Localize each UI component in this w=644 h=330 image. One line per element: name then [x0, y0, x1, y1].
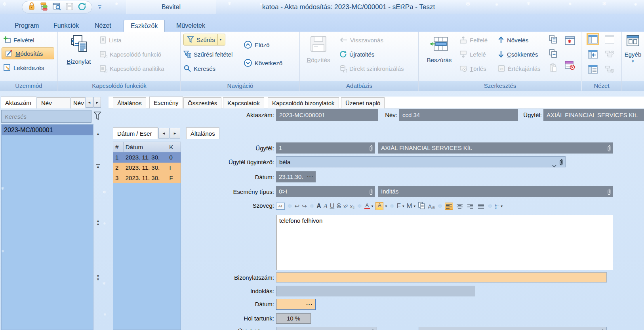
chevron-down-icon[interactable] [552, 160, 556, 171]
font-color-button[interactable]: A [364, 203, 370, 209]
lekerdezes-button[interactable]: Lekérdezés [3, 62, 44, 74]
hierarchy-icon[interactable] [40, 2, 48, 12]
underline-button[interactable]: U [330, 203, 335, 210]
view-collapse-panel-button[interactable] [588, 50, 598, 59]
view-list-panel-button[interactable] [588, 65, 598, 74]
form-uj-tulajdonos-code-combo[interactable]: 031 [276, 327, 377, 330]
form-ugyfel-name-field[interactable]: AXIÁL FINANCIAL SERVICES Kft. [378, 142, 613, 154]
superscript-button[interactable]: x² [343, 203, 348, 209]
left-tab-nev-akta[interactable]: Név (Akta) [37, 97, 70, 108]
tab-funkciok[interactable]: Funkciók [47, 20, 86, 32]
form-datum-field[interactable]: 23.11.30. ... [276, 171, 316, 182]
paperclip-icon[interactable] [369, 188, 373, 197]
egyeb-button[interactable]: Egyéb ▼ [624, 35, 642, 63]
form-indoklas-field[interactable] [276, 286, 475, 296]
felvetel-button[interactable]: Felvétel [3, 34, 34, 46]
event-tabs-scroll-left[interactable]: ◄ [158, 128, 169, 138]
font-color-dropdown-arrow[interactable]: ▾ [372, 204, 373, 208]
kapcsolodo-analitika-button[interactable]: Kapcsolódó analitika [99, 63, 164, 74]
torles-button[interactable]: Törlés [459, 63, 486, 74]
scroll-page-up-button[interactable]: ▲▲ [95, 219, 101, 226]
ertekajanlas-button[interactable]: 23 Értékajánlás [497, 63, 541, 74]
align-justify-button[interactable] [477, 203, 485, 210]
left-tab-aktaszam[interactable]: Aktaszám [1, 97, 36, 108]
form-tab-altalanos[interactable]: Általános [186, 127, 219, 139]
main-tab-osszesites[interactable]: Összesítés [183, 97, 221, 108]
search-filter-icon[interactable] [93, 111, 101, 123]
lock-icon[interactable] [28, 2, 36, 12]
highlight-dropdown-arrow[interactable]: ▾ [385, 204, 387, 208]
form-bizonylatszam-field[interactable] [276, 272, 607, 283]
bold-button[interactable]: A [316, 203, 321, 210]
strikethrough-button[interactable]: S [337, 203, 341, 210]
bizonylat-button[interactable]: Bizonylat [62, 35, 95, 65]
ujratoltes-button[interactable]: Újratöltés [339, 48, 374, 60]
date-picker-button[interactable]: ... [306, 300, 313, 306]
visszavonas-button[interactable]: Visszavonás [339, 34, 383, 46]
record-list[interactable]: 2023-MC/000001 [1, 124, 93, 330]
numbered-list-dropdown-arrow[interactable]: ▾ [501, 204, 503, 208]
special-value-button[interactable]: ✱ [565, 35, 575, 47]
clear-table-button[interactable] [565, 59, 575, 71]
align-center-button[interactable] [455, 203, 464, 210]
szoveg-textarea[interactable]: telefono felhivon [276, 215, 613, 270]
szures-button[interactable]: Szűrés ▾ [183, 34, 225, 46]
date-picker-button[interactable]: ... [307, 171, 314, 181]
felfele-button[interactable]: Felfelé [459, 34, 488, 46]
tree-up-button-disabled[interactable] [605, 50, 614, 60]
tab-eszkozok[interactable]: Eszközök [124, 20, 165, 32]
form-esemeny-tipus-name-field[interactable]: Inditás [378, 186, 613, 197]
form-esemeny-tipus-code-field[interactable]: 0>I [276, 186, 375, 197]
copy-special-button[interactable] [549, 47, 558, 59]
refresh-icon[interactable] [78, 2, 86, 12]
paste-text-icon[interactable] [418, 201, 425, 211]
main-tab-esemeny[interactable]: Esemény [149, 97, 183, 108]
list-item-selected[interactable]: 2023-MC/000001 [2, 125, 93, 135]
tab-nezet[interactable]: Nézet [88, 20, 118, 32]
italic-button[interactable]: A [324, 203, 328, 210]
align-right-button[interactable] [466, 203, 474, 210]
csokkentes-button[interactable]: Csökkentés [497, 48, 538, 60]
tab-program[interactable]: Program [8, 20, 46, 32]
paste-button[interactable] [549, 62, 558, 74]
noveles-button[interactable]: Növelés [497, 34, 528, 46]
macro-dropdown-arrow[interactable]: ▾ [414, 204, 416, 208]
main-tab-altalanos[interactable]: Általános [113, 97, 146, 108]
font-name-button[interactable]: AI [276, 203, 285, 210]
left-tabs-scroll-left[interactable]: ◄ [86, 97, 93, 108]
kapcsolodo-funkcio-button[interactable]: Kapcsolódó funkció [99, 48, 161, 60]
copy-button[interactable] [549, 33, 558, 45]
numbered-list-button[interactable]: 1—2— [495, 203, 499, 209]
form-uj-tulajdonos-name-combo[interactable]: Kató Attila [419, 327, 607, 330]
subscript-button[interactable]: x₂ [350, 203, 355, 209]
kovetkezo-button[interactable]: Következő [244, 57, 282, 69]
search-input[interactable] [1, 110, 91, 123]
paperclip-icon[interactable] [369, 144, 373, 154]
main-tab-uzenet-naplo[interactable]: Üzenet napló [341, 97, 385, 108]
lista-button[interactable]: Lista [99, 34, 122, 46]
beszuras-button[interactable]: Beszúrás [422, 35, 456, 63]
qat-customize-button[interactable]: ▾ [96, 3, 103, 11]
tab-muveletek[interactable]: Műveletek [170, 20, 212, 32]
event-tabs-scroll-right[interactable]: ► [170, 128, 180, 138]
highlight-color-button[interactable]: A [375, 202, 383, 210]
scroll-up-button[interactable]: ▲ [95, 132, 101, 135]
paperclip-icon[interactable] [607, 188, 611, 197]
left-tab-nev[interactable]: Név [70, 97, 85, 108]
event-tab-datum-esemeny[interactable]: Dátum / Eser [113, 127, 158, 139]
main-tab-kapcsolodo-bizonylatok[interactable]: Kapcsolódó bizonylatok [268, 97, 339, 108]
form-datum2-field[interactable]: ... [276, 299, 316, 310]
rogzites-button[interactable]: Rögzítés [303, 35, 333, 63]
field-insert-button[interactable]: F [397, 202, 401, 210]
align-left-button[interactable] [445, 203, 453, 210]
paperclip-icon[interactable] [559, 158, 563, 169]
form-hol-tartunk-field[interactable]: 10 % [276, 313, 311, 324]
kereses-button[interactable]: Keresés [183, 63, 215, 74]
szures-dropdown-arrow[interactable]: ▾ [217, 34, 224, 45]
lefele-button[interactable]: Lefelé [459, 48, 486, 60]
modositas-button[interactable]: Módosítás [2, 47, 54, 59]
main-tab-kapcsolatok[interactable]: Kapcsolatok [223, 97, 264, 108]
save-icon-disabled[interactable] [65, 2, 74, 12]
paperclip-icon[interactable] [607, 144, 611, 154]
form-ugyfel-code-field[interactable]: 1 [276, 142, 375, 154]
